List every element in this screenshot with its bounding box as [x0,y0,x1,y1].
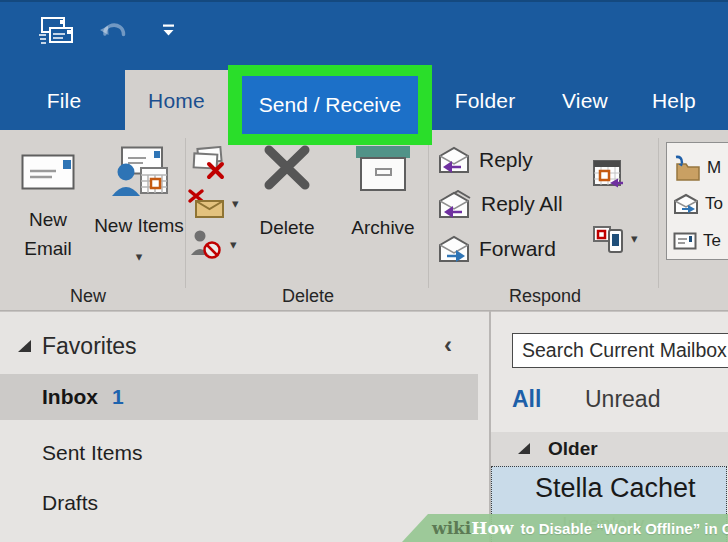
ignore-button[interactable] [189,146,227,182]
send-receive-mail-icon [36,15,76,49]
watermark-title: to Disable “Work Offline” in Outlook [520,520,728,537]
filter-tab-all[interactable]: All [512,386,541,413]
quick-step-to-manager[interactable]: To [673,193,723,215]
ignore-icon [189,146,227,182]
archive-label: Archive [351,214,414,243]
quick-steps-box: M To Te [666,142,728,260]
reply-icon [438,146,470,174]
quick-step-label: To [705,194,723,214]
filter-tab-unread[interactable]: Unread [585,386,660,413]
wikihow-logo-how: How [471,518,513,538]
folder-pane: Favorites ‹ Inbox 1 Sent Items Drafts [0,311,489,542]
reply-all-label: Reply All [481,192,563,216]
send-receive-all-button[interactable] [34,10,78,54]
customize-toolbar-icon [162,23,176,37]
search-input[interactable] [512,333,728,368]
delete-label: Delete [260,214,315,243]
move-to-folder-icon [673,155,701,181]
group-label-delete: Delete [238,286,378,310]
archive-button[interactable]: Archive [340,144,426,243]
reply-all-icon [438,190,472,218]
sent-items-label: Sent Items [42,441,142,465]
junk-icon [189,228,223,260]
new-items-icon [110,146,168,196]
highlight-box: Send / Receive [228,65,432,145]
meeting-icon [592,158,624,190]
customize-quick-access-button[interactable] [160,22,178,38]
favorites-header[interactable]: Favorites ‹ [0,328,489,364]
tab-file-label: File [47,89,82,113]
quick-step-label: M [707,158,721,178]
favorites-label: Favorites [42,328,137,364]
wikihow-watermark: wikiHow to Disable “Work Offline” in Out… [402,514,728,542]
group-label-new: New [18,286,158,310]
quick-step-label: Te [703,231,721,251]
dropdown-caret-icon: ▾ [230,238,237,251]
sidebar-item-inbox[interactable]: Inbox 1 [0,374,478,420]
tab-folder[interactable]: Folder [441,70,529,132]
dropdown-caret-icon: ▾ [232,197,239,210]
new-email-button[interactable]: New Email [8,152,88,263]
clean-up-icon [187,188,225,218]
tab-view-label: View [562,89,608,113]
ribbon: New Email New Items ▾ New [0,130,728,311]
sidebar-item-drafts[interactable]: Drafts [0,480,478,526]
forward-envelope-icon [673,193,699,215]
forward-button[interactable]: Forward [438,235,556,263]
new-items-button[interactable]: New Items ▾ [94,146,184,269]
dropdown-caret-icon: ▾ [136,249,143,264]
archive-icon [353,144,413,192]
new-items-label: New Items ▾ [94,212,184,269]
undo-button[interactable] [98,18,128,44]
new-email-icon [21,152,75,190]
message-list-pane: All Unread Older Stella Cachet Inventory [491,311,728,542]
older-label: Older [548,432,598,466]
minimize-folder-pane-icon[interactable]: ‹ [444,330,452,360]
team-email-icon [673,232,697,250]
new-email-label: New Email [8,206,88,263]
delete-icon [260,144,314,192]
wikihow-logo-wiki: wiki [432,518,471,538]
reply-with-im-button[interactable]: ▾ [592,222,638,254]
tab-home[interactable]: Home [125,70,228,132]
delete-button[interactable]: Delete [248,144,326,243]
tab-folder-label: Folder [455,89,516,113]
tab-home-label: Home [148,89,205,113]
expanded-triangle-icon [18,340,31,352]
group-separator [185,138,186,288]
tab-view[interactable]: View [545,70,625,132]
tab-help[interactable]: Help [634,70,714,132]
reply-all-button[interactable]: Reply All [438,190,563,218]
forward-label: Forward [479,237,556,261]
email-sender: Stella Cachet [535,473,696,504]
title-bar: File Home Folder View Help Send / Receiv… [0,0,728,132]
expanded-triangle-icon [518,443,530,454]
quick-step-team-email[interactable]: Te [673,231,721,251]
tab-send-receive[interactable]: Send / Receive [242,76,418,134]
meeting-button[interactable] [592,158,624,190]
clean-up-button[interactable]: ▾ [187,188,239,218]
outlook-window: File Home Folder View Help Send / Receiv… [0,0,728,542]
inbox-label: Inbox [42,385,98,409]
group-header-older[interactable]: Older [491,432,728,466]
dropdown-caret-icon: ▾ [631,232,638,245]
unread-count-badge: 1 [112,385,124,409]
quick-step-move-to[interactable]: M [673,155,721,181]
group-label-respond: Respond [475,286,615,310]
group-separator [428,138,429,288]
sidebar-item-sent-items[interactable]: Sent Items [0,430,478,476]
undo-icon [99,19,127,43]
tab-file[interactable]: File [8,70,120,132]
group-separator [658,138,659,288]
forward-icon [438,235,470,263]
tab-help-label: Help [652,89,696,113]
junk-button[interactable]: ▾ [189,228,237,260]
reply-button[interactable]: Reply [438,146,533,174]
reply-label: Reply [479,148,533,172]
drafts-label: Drafts [42,491,98,515]
tab-send-receive-label: Send / Receive [259,93,401,117]
im-phone-icon [592,222,624,254]
